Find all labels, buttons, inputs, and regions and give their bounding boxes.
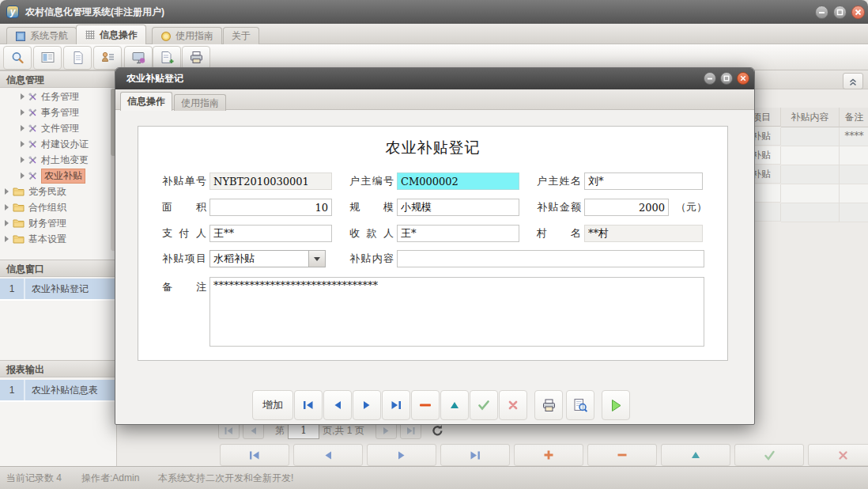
dialog-tab-info-ops[interactable]: 信息操作 [120,92,172,111]
search-tool-button[interactable] [3,46,32,70]
collapse-panel-button[interactable] [843,73,863,89]
expand-arrow-icon[interactable] [5,188,9,195]
tab-info-ops[interactable]: 信息操作 [76,25,146,44]
project-select-value: 水稻补贴 [210,251,308,267]
expand-arrow-icon[interactable] [21,157,25,163]
insert-record-button[interactable] [514,444,583,466]
dlg-last-record-button[interactable] [382,390,410,420]
tree-item-coop-org[interactable]: 合作组织 [0,199,115,215]
grid-cell[interactable] [781,203,840,222]
printer-button[interactable] [182,46,210,70]
printer-icon [542,398,557,413]
grid-cell[interactable] [781,165,840,184]
dialog-tabbar: 信息操作 使用指南 [115,89,754,110]
owner-no-input[interactable] [397,172,519,190]
remark-textarea[interactable]: ******************************** [209,277,704,347]
dlg-prev-record-button[interactable] [323,390,352,420]
owner-name-input[interactable] [584,172,703,190]
folder-icon [13,203,25,212]
operator-text: 操作者:Admin [81,472,139,485]
dlg-preview-button[interactable] [566,390,594,420]
tree-item-label: 基本设置 [28,233,66,246]
content-input[interactable] [397,250,704,267]
payee-label: 收 款 人 [349,225,394,242]
dlg-next-record-button[interactable] [353,390,381,420]
grid-cell[interactable]: **** [840,127,868,146]
info-window-row[interactable]: 1 农业补贴登记 [0,279,117,301]
edit-record-button[interactable] [661,444,730,466]
amount-input[interactable] [584,199,669,216]
village-label: 村 名 [537,225,581,242]
dialog-maximize-button[interactable] [720,72,733,85]
add-button[interactable]: 增加 [252,390,293,420]
grid-cell[interactable] [840,146,868,165]
record-count-text: 当前记录数 4 [6,472,62,485]
dlg-cancel-record-button[interactable] [499,390,527,420]
expand-arrow-icon[interactable] [21,93,25,100]
report-output-row[interactable]: 1 农业补贴信息表 [0,380,117,402]
refresh-button[interactable] [431,424,444,438]
payee-input[interactable] [397,225,519,242]
next-record-button[interactable] [367,444,436,466]
monitor-button[interactable] [124,46,153,70]
dlg-post-record-button[interactable] [470,390,498,420]
status-message-text: 本系统支持二次开发和全新开发! [158,472,293,485]
post-record-button[interactable] [734,444,804,466]
grid-cell[interactable] [840,184,868,203]
village-input[interactable] [584,225,703,242]
grid-cell[interactable] [781,127,840,146]
grid-col-content[interactable]: 补贴内容 [781,108,840,127]
prev-record-button[interactable] [293,444,363,466]
expand-arrow-icon[interactable] [5,220,9,226]
preview-icon [573,398,588,413]
grid-cell[interactable] [840,203,868,222]
document-button[interactable] [63,46,92,70]
expand-arrow-icon[interactable] [5,204,9,210]
form-view-button[interactable] [33,46,62,70]
payer-input[interactable] [209,225,332,242]
amount-label: 补贴金额 [537,199,581,216]
close-button[interactable] [851,6,865,19]
tab-system-nav[interactable]: 系统导航 [6,27,77,44]
tree-item-finance-mgmt[interactable]: 财务管理 [0,215,115,231]
area-input[interactable] [209,199,332,216]
dlg-delete-record-button[interactable] [411,390,440,420]
dlg-run-button[interactable] [602,390,630,420]
first-record-button[interactable] [220,444,289,466]
dialog-tab-guide[interactable]: 使用指南 [174,94,226,111]
monitor-globe-icon [131,51,146,65]
expand-arrow-icon[interactable] [5,236,9,242]
grid-cell[interactable] [781,146,840,165]
grid-col-note[interactable]: 备注 [840,108,868,127]
expand-arrow-icon[interactable] [21,172,25,179]
scale-input[interactable] [397,199,519,216]
expand-arrow-icon[interactable] [21,109,25,116]
delete-record-button[interactable] [587,444,657,466]
tab-about[interactable]: 关于 [223,27,259,44]
project-select[interactable]: 水稻补贴 [209,250,326,267]
cancel-record-button[interactable] [808,444,868,466]
dlg-edit-record-button[interactable] [440,390,469,420]
tree-item-party-affairs[interactable]: 党务民政 [0,184,115,199]
dialog-close-button[interactable] [737,72,749,85]
chevron-down-icon[interactable] [308,251,325,267]
subsidy-no-input[interactable] [209,172,332,190]
tab-user-guide[interactable]: 使用指南 [152,27,222,44]
row-number: 1 [0,279,25,299]
last-record-button[interactable] [440,444,510,466]
collapse-chevrons-icon [847,76,859,87]
user-report-icon [100,51,115,65]
dlg-print-button[interactable] [534,390,563,420]
folder-icon [13,187,25,196]
minimize-button[interactable] [815,6,828,19]
user-report-button[interactable] [93,46,122,70]
document-add-button[interactable] [153,46,181,70]
grid-cell[interactable] [840,165,868,184]
grid-cell[interactable] [781,184,840,203]
tree-item-basic-settings[interactable]: 基本设置 [0,231,115,247]
expand-arrow-icon[interactable] [21,141,25,147]
expand-arrow-icon[interactable] [21,125,25,131]
dlg-first-record-button[interactable] [294,390,323,420]
dialog-minimize-button[interactable] [704,72,716,85]
maximize-button[interactable] [833,6,847,19]
